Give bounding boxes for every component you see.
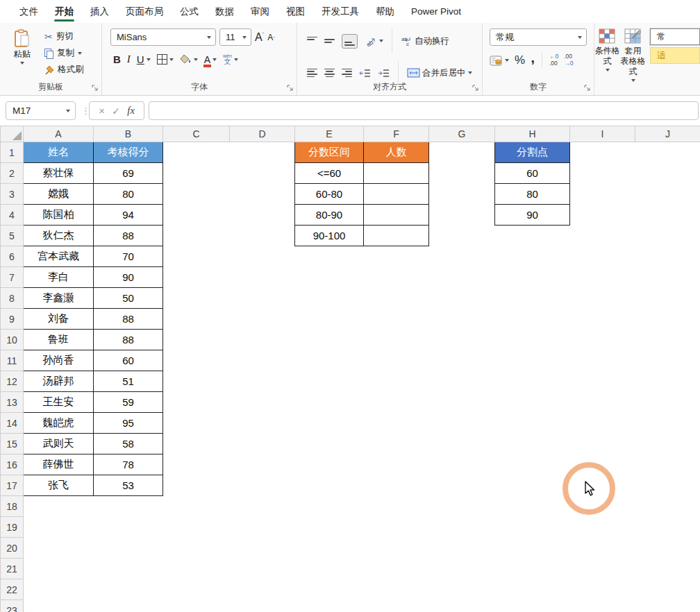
- cell-E8[interactable]: [295, 288, 364, 309]
- cell-B6[interactable]: 70: [94, 246, 163, 267]
- cell-A15[interactable]: 武则天: [24, 434, 94, 454]
- cell-F19[interactable]: [364, 517, 429, 538]
- cell-I6[interactable]: [570, 246, 635, 267]
- align-right-button[interactable]: [342, 69, 352, 78]
- cell-D10[interactable]: [230, 330, 295, 350]
- cell-H2[interactable]: 60: [495, 163, 570, 184]
- cell-G13[interactable]: [429, 392, 495, 413]
- cell-G5[interactable]: [429, 226, 495, 246]
- menu-tab-公式[interactable]: 公式: [172, 0, 207, 23]
- cell-C4[interactable]: [163, 205, 230, 226]
- cell-B2[interactable]: 69: [94, 163, 163, 184]
- insert-function-button[interactable]: fx: [127, 105, 134, 117]
- cell-A2[interactable]: 蔡壮保: [24, 163, 94, 184]
- cell-I22[interactable]: [570, 579, 635, 600]
- increase-font-button[interactable]: Aˆ: [255, 31, 264, 44]
- cell-G10[interactable]: [429, 330, 495, 350]
- cell-C17[interactable]: [163, 475, 230, 496]
- row-header-21[interactable]: 21: [1, 559, 24, 579]
- dialog-launcher-icon[interactable]: [287, 85, 294, 92]
- cell-A14[interactable]: 魏皑虎: [24, 413, 94, 434]
- cell-G21[interactable]: [429, 559, 495, 579]
- column-header-F[interactable]: F: [364, 126, 429, 142]
- font-size-select[interactable]: 11: [219, 28, 251, 46]
- cell-A13[interactable]: 王生安: [24, 392, 94, 413]
- cell-D21[interactable]: [230, 559, 295, 579]
- cell-A10[interactable]: 鲁班: [24, 330, 94, 350]
- row-header-12[interactable]: 12: [1, 371, 24, 392]
- font-color-button[interactable]: A: [204, 55, 217, 65]
- format-as-table-button[interactable]: 套用表格格式: [620, 23, 646, 95]
- cell-J22[interactable]: [635, 579, 700, 600]
- cell-G17[interactable]: [429, 475, 495, 496]
- cell-J8[interactable]: [635, 288, 700, 309]
- cell-D4[interactable]: [230, 205, 295, 226]
- cell-I8[interactable]: [570, 288, 635, 309]
- cell-D19[interactable]: [230, 517, 295, 538]
- cell-A6[interactable]: 宫本武藏: [24, 246, 94, 267]
- column-header-E[interactable]: E: [295, 126, 364, 142]
- cell-F13[interactable]: [364, 392, 429, 413]
- cell-D5[interactable]: [230, 226, 295, 246]
- cell-G18[interactable]: [429, 496, 495, 517]
- cell-C2[interactable]: [163, 163, 230, 184]
- name-box[interactable]: M17: [6, 101, 76, 120]
- cell-A7[interactable]: 李白: [24, 267, 94, 288]
- cell-F4[interactable]: [364, 205, 429, 226]
- cell-B10[interactable]: 88: [94, 330, 163, 350]
- cell-I14[interactable]: [570, 413, 635, 434]
- column-header-D[interactable]: D: [230, 126, 295, 142]
- cell-J10[interactable]: [635, 330, 700, 350]
- cell-E17[interactable]: [295, 475, 364, 496]
- cell-J19[interactable]: [635, 517, 700, 538]
- cell-H5[interactable]: [495, 226, 570, 246]
- cell-F3[interactable]: [364, 184, 429, 205]
- row-header-16[interactable]: 16: [1, 454, 24, 475]
- cell-C14[interactable]: [163, 413, 230, 434]
- cell-J13[interactable]: [635, 392, 700, 413]
- row-header-6[interactable]: 6: [1, 246, 24, 267]
- cell-D13[interactable]: [230, 392, 295, 413]
- cell-A19[interactable]: [24, 517, 94, 538]
- cell-C19[interactable]: [163, 517, 230, 538]
- cell-F1[interactable]: 人数: [364, 142, 429, 163]
- cell-E15[interactable]: [295, 434, 364, 454]
- cell-B11[interactable]: 60: [94, 350, 163, 371]
- cell-C1[interactable]: [163, 142, 230, 163]
- cell-C22[interactable]: [163, 579, 230, 600]
- cell-G12[interactable]: [429, 371, 495, 392]
- cell-I9[interactable]: [570, 309, 635, 330]
- cell-A12[interactable]: 汤辟邦: [24, 371, 94, 392]
- fill-color-button[interactable]: [180, 54, 198, 65]
- cell-J21[interactable]: [635, 559, 700, 579]
- column-header-A[interactable]: A: [24, 126, 94, 142]
- cell-J11[interactable]: [635, 350, 700, 371]
- cell-H18[interactable]: [495, 496, 570, 517]
- cell-J12[interactable]: [635, 371, 700, 392]
- menu-tab-文件[interactable]: 文件: [11, 0, 47, 23]
- row-header-10[interactable]: 10: [1, 330, 24, 350]
- cell-G4[interactable]: [429, 205, 495, 226]
- cell-E12[interactable]: [295, 371, 364, 392]
- borders-button[interactable]: [157, 54, 174, 65]
- cell-D7[interactable]: [230, 267, 295, 288]
- cell-C13[interactable]: [163, 392, 230, 413]
- cell-E9[interactable]: [295, 309, 364, 330]
- cell-J23[interactable]: [635, 600, 700, 612]
- cell-A3[interactable]: 嫦娥: [24, 184, 94, 205]
- cell-J5[interactable]: [635, 226, 700, 246]
- cell-F23[interactable]: [364, 600, 429, 612]
- row-header-5[interactable]: 5: [1, 226, 24, 246]
- column-header-C[interactable]: C: [163, 126, 230, 142]
- font-name-select[interactable]: MiSans: [110, 28, 216, 46]
- cell-F7[interactable]: [364, 267, 429, 288]
- decrease-decimal-button[interactable]: .00 →0: [564, 53, 573, 67]
- accounting-format-button[interactable]: [490, 56, 509, 66]
- cell-D20[interactable]: [230, 538, 295, 559]
- row-header-17[interactable]: 17: [1, 475, 24, 496]
- cell-H14[interactable]: [495, 413, 570, 434]
- cell-H1[interactable]: 分割点: [495, 142, 570, 163]
- cell-D6[interactable]: [230, 246, 295, 267]
- bold-button[interactable]: B: [113, 53, 121, 65]
- cell-H22[interactable]: [495, 579, 570, 600]
